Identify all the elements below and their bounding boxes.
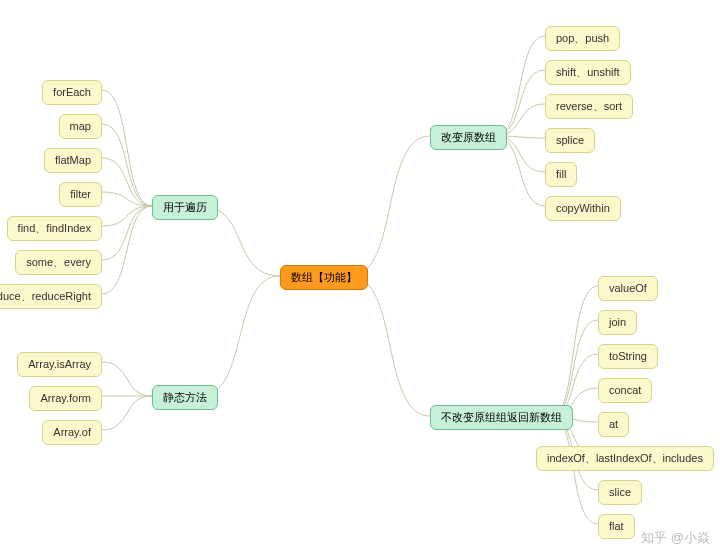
leaf-static-1[interactable]: Array.form bbox=[29, 386, 102, 411]
leaf-nonmutating-0[interactable]: valueOf bbox=[598, 276, 658, 301]
leaf-mutating-5[interactable]: copyWithin bbox=[545, 196, 621, 221]
leaf-mutating-4[interactable]: fill bbox=[545, 162, 577, 187]
leaf-nonmutating-5[interactable]: indexOf、lastIndexOf、includes bbox=[536, 446, 714, 471]
leaf-static-0[interactable]: Array.isArray bbox=[17, 352, 102, 377]
leaf-nonmutating-7[interactable]: flat bbox=[598, 514, 635, 539]
leaf-iterating-3[interactable]: filter bbox=[59, 182, 102, 207]
leaf-iterating-2[interactable]: flatMap bbox=[44, 148, 102, 173]
leaf-nonmutating-2[interactable]: toString bbox=[598, 344, 658, 369]
leaf-nonmutating-6[interactable]: slice bbox=[598, 480, 642, 505]
leaf-mutating-2[interactable]: reverse、sort bbox=[545, 94, 633, 119]
leaf-iterating-5[interactable]: some、every bbox=[15, 250, 102, 275]
leaf-nonmutating-1[interactable]: join bbox=[598, 310, 637, 335]
leaf-mutating-3[interactable]: splice bbox=[545, 128, 595, 153]
watermark: 知乎 @小焱 bbox=[641, 529, 710, 547]
category-static[interactable]: 静态方法 bbox=[152, 385, 218, 410]
leaf-nonmutating-3[interactable]: concat bbox=[598, 378, 652, 403]
leaf-iterating-1[interactable]: map bbox=[59, 114, 102, 139]
leaf-mutating-1[interactable]: shift、unshift bbox=[545, 60, 631, 85]
leaf-static-2[interactable]: Array.of bbox=[42, 420, 102, 445]
leaf-nonmutating-4[interactable]: at bbox=[598, 412, 629, 437]
leaf-iterating-6[interactable]: reduce、reduceRight bbox=[0, 284, 102, 309]
leaf-iterating-0[interactable]: forEach bbox=[42, 80, 102, 105]
category-mutating[interactable]: 改变原数组 bbox=[430, 125, 507, 150]
category-iterating[interactable]: 用于遍历 bbox=[152, 195, 218, 220]
leaf-mutating-0[interactable]: pop、push bbox=[545, 26, 620, 51]
category-nonmutating[interactable]: 不改变原组组返回新数组 bbox=[430, 405, 573, 430]
root-node[interactable]: 数组【功能】 bbox=[280, 265, 368, 290]
leaf-iterating-4[interactable]: find、findIndex bbox=[7, 216, 102, 241]
